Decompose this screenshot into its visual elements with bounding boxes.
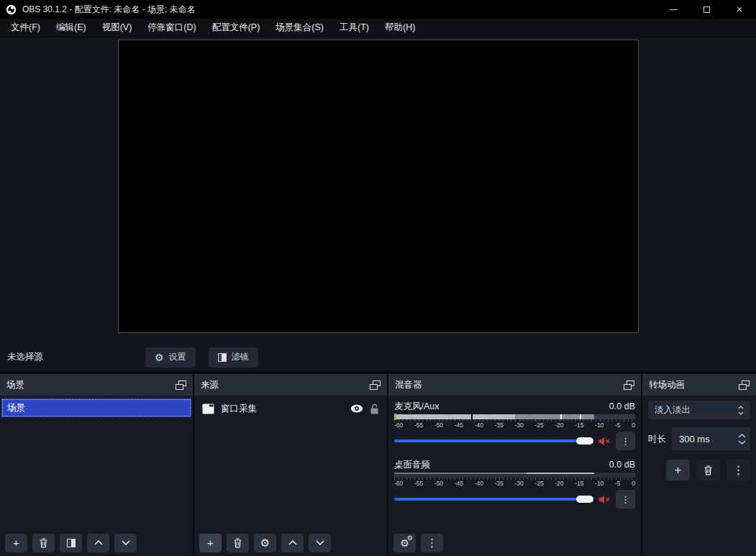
scene-filters-button[interactable]: [60, 534, 82, 552]
advanced-audio-button[interactable]: ⚙⚙: [393, 534, 416, 552]
add-transition-button[interactable]: +: [666, 460, 690, 480]
track-db-value: 0.0 dB: [609, 460, 635, 470]
sources-list: 窗口采集: [194, 396, 387, 529]
meter-tick-label: -50: [434, 421, 443, 429]
meter-tick-label: -40: [475, 421, 483, 429]
volume-slider-handle[interactable]: [576, 496, 593, 503]
menu-profile[interactable]: 配置文件(P): [204, 19, 268, 37]
source-list-item[interactable]: 窗口采集: [194, 398, 387, 419]
meter-tick-label: -10: [595, 480, 604, 488]
remove-transition-button[interactable]: [696, 460, 720, 480]
menu-scene-collection[interactable]: 场景集合(S): [268, 19, 332, 37]
move-source-up-button[interactable]: [281, 534, 304, 552]
transition-selected-value: 淡入淡出: [655, 404, 691, 416]
meter-tick-label: -55: [414, 421, 423, 429]
chevron-up-icon: [288, 540, 297, 545]
track-db-value: 0.0 dB: [609, 401, 635, 411]
menu-edit[interactable]: 编辑(E): [48, 19, 94, 37]
transition-options-button[interactable]: ⋮: [727, 460, 750, 480]
spin-up-icon[interactable]: [738, 434, 746, 438]
kebab-dots-icon: ⋮: [733, 463, 744, 477]
visibility-eye-icon[interactable]: [350, 404, 363, 413]
filter-icon: [218, 353, 227, 362]
track-name: 麦克风/Aux: [394, 401, 440, 413]
close-button[interactable]: ×: [723, 0, 756, 19]
minimize-button[interactable]: [657, 0, 690, 19]
mixer-tracks: 麦克风/Aux 0.0 dB -60-55-50-45-40-35-30-25-…: [388, 396, 641, 529]
move-scene-up-button[interactable]: [87, 534, 109, 552]
track-options-button[interactable]: ⋮: [616, 432, 635, 450]
volume-slider[interactable]: [394, 494, 593, 504]
menu-tools[interactable]: 工具(T): [332, 19, 377, 37]
track-options-button[interactable]: ⋮: [616, 490, 635, 509]
trash-icon: [233, 538, 242, 548]
source-properties-button[interactable]: ⚙ 设置: [145, 347, 196, 368]
meter-tick-label: -30: [514, 421, 523, 429]
mixer-options-button[interactable]: ⋮: [421, 534, 443, 552]
filter-icon: [67, 539, 76, 547]
volume-slider-track: [394, 439, 592, 442]
mixer-track-mic: 麦克风/Aux 0.0 dB -60-55-50-45-40-35-30-25-…: [394, 400, 635, 450]
meter-tick-label: -25: [534, 421, 543, 429]
scene-list-item[interactable]: 场景: [1, 398, 191, 417]
muted-speaker-icon[interactable]: [598, 495, 611, 504]
preview-canvas[interactable]: [118, 40, 639, 333]
volume-slider[interactable]: [394, 436, 593, 446]
transitions-header: 转场动画: [642, 374, 756, 396]
meter-scale: -60-55-50-45-40-35-30-25-20-15-10-50: [394, 480, 635, 488]
menu-view[interactable]: 视图(V): [94, 19, 140, 37]
kebab-dots-icon: ⋮: [621, 494, 630, 505]
scenes-toolbar: +: [0, 529, 193, 556]
meter-tick-label: -15: [575, 480, 583, 488]
source-filters-button[interactable]: 滤镜: [209, 347, 258, 368]
remove-source-button[interactable]: [227, 534, 249, 552]
move-scene-down-button[interactable]: [114, 534, 137, 552]
duration-spinbox[interactable]: 300 ms: [672, 427, 750, 450]
meter-tick-label: -20: [555, 421, 563, 429]
double-gear-icon: ⚙⚙: [400, 538, 409, 548]
mixer-toolbar: ⚙⚙ ⋮: [388, 529, 641, 556]
gear-icon: ⚙: [260, 537, 270, 548]
meter-tick-label: -45: [455, 480, 463, 488]
menu-help[interactable]: 帮助(H): [377, 19, 423, 37]
meter-tick-label: 0: [632, 480, 635, 488]
spin-down-icon[interactable]: [738, 440, 746, 445]
preview-area: [0, 37, 756, 343]
popout-icon[interactable]: [370, 380, 381, 390]
plus-icon: +: [13, 537, 19, 548]
chevron-up-icon: [94, 540, 103, 545]
kebab-dots-icon: ⋮: [427, 537, 437, 548]
meter-tick-label: -25: [534, 480, 543, 488]
duration-label: 时长: [648, 433, 666, 445]
select-arrows-icon: [738, 406, 744, 415]
remove-scene-button[interactable]: [32, 534, 55, 552]
source-properties-button[interactable]: ⚙: [254, 534, 276, 552]
add-source-button[interactable]: +: [199, 534, 222, 552]
transitions-body: 淡入淡出 时长 300 ms: [642, 396, 756, 556]
scenes-list: 场景: [0, 396, 193, 529]
scenes-header: 场景: [0, 374, 193, 396]
unlock-icon[interactable]: [370, 404, 379, 414]
close-icon: ×: [737, 4, 742, 15]
move-source-down-button[interactable]: [309, 534, 331, 552]
gear-icon: ⚙: [155, 352, 164, 363]
add-scene-button[interactable]: +: [5, 534, 27, 552]
docks: 场景 场景 +: [0, 371, 756, 556]
maximize-button[interactable]: [690, 0, 723, 19]
menu-docks[interactable]: 停靠窗口(D): [140, 19, 204, 37]
popout-icon[interactable]: [624, 380, 634, 390]
popout-icon[interactable]: [739, 380, 750, 390]
transitions-panel: 转场动画 淡入淡出 时长 300 ms: [642, 374, 756, 556]
volume-slider-handle[interactable]: [576, 437, 593, 445]
meter-tick-label: -15: [575, 421, 583, 429]
menu-file[interactable]: 文件(F): [3, 19, 48, 37]
chevron-down-icon: [316, 540, 324, 545]
mixer-header: 混音器: [388, 374, 641, 396]
minimize-icon: [670, 9, 678, 10]
popout-icon[interactable]: [176, 380, 186, 390]
muted-speaker-icon[interactable]: [598, 437, 611, 446]
sources-header: 来源: [194, 374, 387, 396]
volume-meter: [394, 473, 635, 478]
transition-select[interactable]: 淡入淡出: [648, 401, 750, 419]
meter-tick-label: -50: [434, 480, 443, 488]
